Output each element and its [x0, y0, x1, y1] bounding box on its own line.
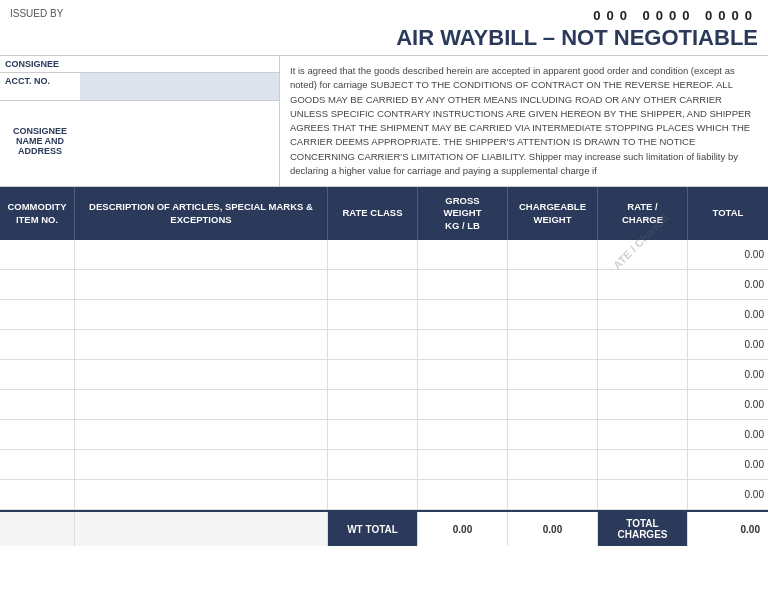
table-row: 0.00 [0, 480, 768, 510]
td-commodity [0, 450, 75, 479]
td-rate [598, 360, 688, 389]
td-total: 0.00 [688, 300, 768, 329]
table-row: 0.00 [0, 450, 768, 480]
td-total: 0.00 [688, 480, 768, 509]
waybill-numbers: 000 0000 0000 [593, 8, 758, 23]
td-rate-class [328, 330, 418, 359]
td-commodity [0, 240, 75, 269]
td-description [75, 240, 328, 269]
td-chargeable [508, 330, 598, 359]
td-chargeable [508, 420, 598, 449]
td-chargeable [508, 270, 598, 299]
td-gross [418, 480, 508, 509]
td-commodity [0, 270, 75, 299]
th-gross-weight: GROSS WEIGHT kg / lb [418, 187, 508, 240]
td-gross [418, 240, 508, 269]
footer-gross-total: 0.00 [418, 512, 508, 546]
td-chargeable [508, 450, 598, 479]
th-description: DESCRIPTION OF ARTICLES, SPECIAL MARKS &… [75, 187, 328, 240]
td-commodity [0, 360, 75, 389]
page-wrapper: ISSUED BY 000 0000 0000 AIR WAYBILL – NO… [0, 0, 768, 546]
td-description [75, 390, 328, 419]
td-description [75, 300, 328, 329]
table-row: 0.00 [0, 300, 768, 330]
td-commodity [0, 390, 75, 419]
td-rate [598, 300, 688, 329]
td-total: 0.00 [688, 420, 768, 449]
table-row: 0.00 [0, 240, 768, 270]
td-total: 0.00 [688, 330, 768, 359]
table-row: 0.00 [0, 360, 768, 390]
td-rate-class [328, 450, 418, 479]
td-gross [418, 450, 508, 479]
table-header: COMMODITY ITEM NO. DESCRIPTION OF ARTICL… [0, 187, 768, 240]
td-chargeable [508, 480, 598, 509]
table-row: 0.00 [0, 330, 768, 360]
th-chargeable-weight: CHARGEABLE WEIGHT [508, 187, 598, 240]
td-rate-class [328, 360, 418, 389]
td-description [75, 450, 328, 479]
td-rate [598, 240, 688, 269]
td-commodity [0, 330, 75, 359]
table-row: 0.00 [0, 270, 768, 300]
td-description [75, 270, 328, 299]
agreement-panel: It is agreed that the goods described he… [280, 56, 768, 186]
td-gross [418, 270, 508, 299]
td-total: 0.00 [688, 390, 768, 419]
table-section: COMMODITY ITEM NO. DESCRIPTION OF ARTICL… [0, 187, 768, 546]
footer-description [75, 512, 328, 546]
td-description [75, 360, 328, 389]
consignee-name-row: CONSIGNEE NAME AND ADDRESS [0, 101, 279, 181]
td-rate [598, 390, 688, 419]
td-description [75, 420, 328, 449]
consignee-label: CONSIGNEE [0, 56, 279, 73]
acct-row: ACCT. NO. [0, 73, 279, 101]
td-rate-class [328, 420, 418, 449]
th-commodity: COMMODITY ITEM NO. [0, 187, 75, 240]
footer-row: WT TOTAL 0.00 0.00 TOTAL CHARGES 0.00 [0, 510, 768, 546]
consignee-name-value [80, 101, 279, 181]
td-rate [598, 450, 688, 479]
td-rate-class [328, 270, 418, 299]
left-panel: CONSIGNEE ACCT. NO. CONSIGNEE NAME AND A… [0, 56, 280, 186]
td-gross [418, 360, 508, 389]
td-chargeable [508, 300, 598, 329]
table-row: 0.00 [0, 390, 768, 420]
table-row: 0.00 [0, 420, 768, 450]
td-total: 0.00 [688, 270, 768, 299]
th-rate-class: RATE CLASS [328, 187, 418, 240]
footer-total-charges-label: TOTAL CHARGES [598, 512, 688, 546]
top-section: CONSIGNEE ACCT. NO. CONSIGNEE NAME AND A… [0, 56, 768, 187]
td-total: 0.00 [688, 360, 768, 389]
th-rate-charge: RATE / CHARGE [598, 187, 688, 240]
th-total: TOTAL [688, 187, 768, 240]
td-rate-class [328, 240, 418, 269]
agreement-text: It is agreed that the goods described he… [290, 64, 758, 178]
td-commodity [0, 480, 75, 509]
td-commodity [0, 420, 75, 449]
footer-commodity [0, 512, 75, 546]
header-right: 000 0000 0000 AIR WAYBILL – NOT NEGOTIAB… [298, 8, 758, 51]
td-chargeable [508, 360, 598, 389]
footer-grand-total: 0.00 [688, 512, 768, 546]
td-gross [418, 420, 508, 449]
acct-value [80, 73, 279, 100]
td-gross [418, 390, 508, 419]
footer-wt-total-label: WT TOTAL [328, 512, 418, 546]
td-chargeable [508, 240, 598, 269]
td-chargeable [508, 390, 598, 419]
td-commodity [0, 300, 75, 329]
td-description [75, 330, 328, 359]
td-rate [598, 420, 688, 449]
header: ISSUED BY 000 0000 0000 AIR WAYBILL – NO… [0, 0, 768, 56]
td-rate [598, 330, 688, 359]
issued-by-label: ISSUED BY [10, 8, 298, 19]
td-rate-class [328, 480, 418, 509]
td-gross [418, 330, 508, 359]
acct-label: ACCT. NO. [0, 73, 80, 100]
td-rate [598, 270, 688, 299]
footer-chargeable-total: 0.00 [508, 512, 598, 546]
td-rate-class [328, 390, 418, 419]
td-gross [418, 300, 508, 329]
td-total: 0.00 [688, 450, 768, 479]
